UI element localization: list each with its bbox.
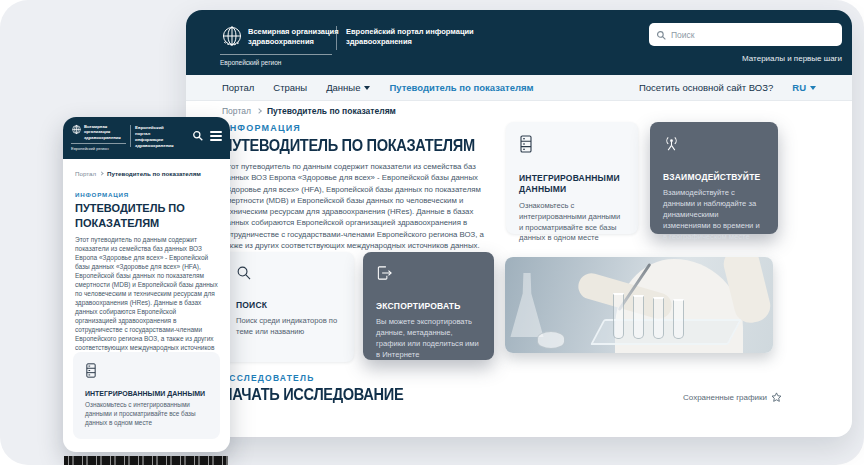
who-emblem-icon: [71, 124, 82, 135]
breadcrumb-current: Путеводитель по показателям: [107, 170, 201, 177]
export-icon: [376, 265, 393, 281]
language-label: RU: [792, 82, 806, 93]
search-card[interactable]: ПОИСК Поиск среди индикаторов по теме ил…: [223, 252, 354, 362]
nav-indicator-guide[interactable]: Путеводитель по показателям: [389, 82, 533, 93]
interact-card[interactable]: ВЗАИМОДЕЙСТВУЙТЕ Взаимодействуйте с данн…: [650, 122, 778, 234]
info-eyebrow: ИНФОРМАЦИЯ: [75, 191, 129, 198]
jar-shape: [537, 331, 565, 349]
test-tube: [673, 299, 684, 339]
page: Всемирная организация здравоохранения Ев…: [0, 0, 864, 465]
explorer-eyebrow: ИССЛЕДОВАТЕЛЬ: [222, 373, 314, 383]
test-tube: [613, 293, 624, 339]
export-card[interactable]: ЭКСПОРТИРОВАТЬ Вы можете экспортировать …: [363, 252, 494, 360]
main-nav: Портал Страны Данные Путеводитель по пок…: [186, 75, 852, 101]
test-tube: [653, 297, 664, 339]
card-body: Взаимодействуйте с данными и наблюдайте …: [663, 188, 765, 242]
portal-name: Европейский портал информации здравоохра…: [346, 27, 476, 47]
info-eyebrow: ИНФОРМАЦИЯ: [222, 123, 301, 133]
visit-who-link[interactable]: Посетить основной сайт ВОЗ?: [639, 82, 773, 93]
saved-charts-label: Сохраненные графики: [683, 393, 767, 402]
who-emblem-icon: [220, 24, 244, 48]
nav-portal-label: Портал: [222, 82, 254, 93]
card-body: Поиск среди индикаторов по теме или назв…: [236, 316, 341, 338]
card-body: Вы можете экспортировать данные, метадан…: [376, 317, 481, 360]
mobile-header: Всемирная организация здравоохранения Ев…: [63, 117, 230, 159]
card-title: ЭКСПОРТИРОВАТЬ: [376, 301, 481, 312]
card-title: ВЗАИМОДЕЙСТВУЙТЕ: [663, 172, 765, 183]
integrated-data-card[interactable]: ИНТЕГРИРОВАННЫМИ ДАННЫМИ Ознакомьтесь с …: [506, 122, 638, 234]
breadcrumb-home[interactable]: Портал: [75, 170, 96, 177]
test-tube: [633, 295, 644, 339]
card-title: ИНТЕГРИРОВАННЫМИ ДАННЫМИ: [85, 390, 208, 397]
breadcrumb: Портал Путеводитель по показателям: [75, 170, 201, 177]
breadcrumb-current: Путеводитель по показателям: [267, 106, 396, 116]
header-divider: [130, 125, 131, 147]
explorer-title: НАЧАТЬ ИССЛЕДОВАНИЕ: [222, 385, 403, 405]
nav-countries[interactable]: Страны: [273, 82, 307, 93]
nav-data-label: Данные: [326, 82, 360, 93]
desktop-mockup: Всемирная организация здравоохранения Ев…: [186, 10, 852, 437]
database-icon: [85, 363, 97, 378]
antenna-icon: [663, 135, 680, 152]
header-divider: [336, 26, 337, 50]
integrated-data-card[interactable]: ИНТЕГРИРОВАННЫМИ ДАННЫМИ Ознакомьтесь с …: [73, 352, 220, 439]
breadcrumb-home[interactable]: Портал: [222, 106, 251, 116]
chevron-right-icon: [99, 171, 103, 175]
database-icon: [519, 135, 533, 153]
intro-paragraph: Этот путеводитель по данным содержит пок…: [222, 161, 500, 251]
region-label: Европейский регион: [71, 143, 126, 151]
portal-name: Европейский портал информации здравоохра…: [135, 125, 177, 149]
caret-down-icon: [810, 86, 816, 90]
card-body: Ознакомьтесь с интегрированными данными …: [519, 201, 625, 244]
page-title: ПУТЕВОДИТЕЛЬ ПО ПОКАЗАТЕЛЯМ: [222, 136, 475, 156]
search-icon[interactable]: [192, 130, 203, 141]
chevron-right-icon: [256, 108, 262, 114]
visit-who-label: Посетить основной сайт ВОЗ?: [639, 82, 773, 93]
org-name: Всемирная организация здравоохранения: [84, 124, 126, 140]
nav-countries-label: Страны: [273, 82, 307, 93]
caret-down-icon: [364, 86, 370, 90]
search-input[interactable]: [671, 30, 835, 40]
lab-photo: [505, 257, 773, 353]
search-box[interactable]: [649, 23, 842, 46]
card-title: ПОИСК: [236, 300, 341, 311]
mobile-mockup: Всемирная организация здравоохранения Ев…: [63, 117, 230, 452]
star-icon: [771, 392, 782, 403]
region-label: Европейский регион: [220, 54, 332, 66]
card-body: Ознакомьтесь с интегрированными данными …: [85, 401, 208, 428]
card-title: ИНТЕГРИРОВАННЫМИ ДАННЫМИ: [519, 173, 625, 196]
search-icon: [656, 30, 666, 40]
saved-charts-link[interactable]: Сохраненные графики: [683, 392, 782, 403]
materials-link[interactable]: Материалы и первые шаги: [742, 54, 842, 63]
nav-portal[interactable]: Портал: [222, 82, 254, 93]
breadcrumb: Портал Путеводитель по показателям: [222, 106, 396, 116]
nav-indicator-guide-label: Путеводитель по показателям: [389, 82, 533, 93]
search-icon: [236, 265, 251, 280]
menu-icon[interactable]: [210, 131, 222, 143]
site-header: Всемирная организация здравоохранения Ев…: [186, 10, 852, 75]
nav-data-dropdown[interactable]: Данные: [326, 82, 370, 93]
flask-shape: [509, 273, 545, 337]
page-title: ПУТЕВОДИТЕЛЬ ПО ПОКАЗАТЕЛЯМ: [75, 201, 215, 230]
intro-paragraph: Этот путеводитель по данным содержит пок…: [75, 236, 218, 362]
phone-bottom-bar: [64, 456, 228, 465]
language-selector[interactable]: RU: [792, 82, 816, 93]
